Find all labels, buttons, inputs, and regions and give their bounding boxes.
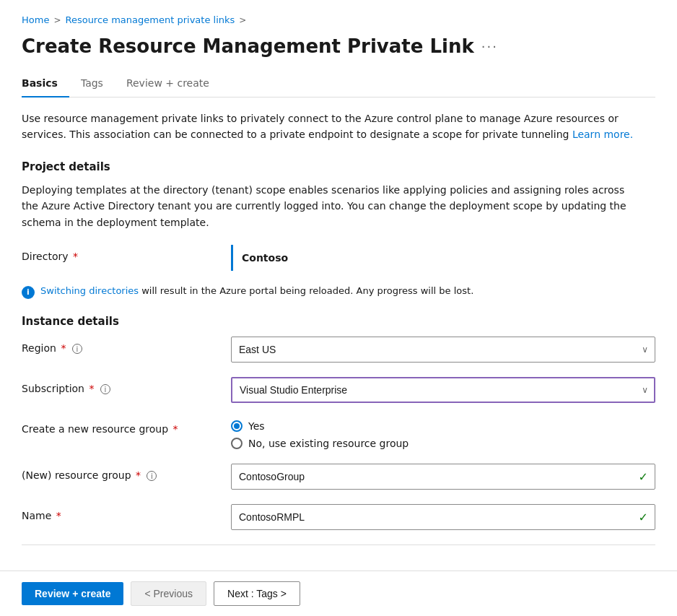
tabs-container: Basics Tags Review + create (22, 71, 655, 97)
radio-yes[interactable]: Yes (231, 420, 655, 432)
create-resource-group-label: Create a new resource group * (22, 417, 231, 435)
resource-group-checkmark-icon: ✓ (639, 469, 648, 483)
switching-directories-link[interactable]: Switching directories (40, 285, 139, 296)
project-details-title: Project details (22, 160, 655, 173)
directory-text: Contoso (242, 252, 288, 264)
new-resource-group-input-wrapper: ✓ (231, 464, 655, 490)
name-row: Name * ✓ (22, 504, 655, 530)
tab-basics[interactable]: Basics (22, 71, 69, 97)
region-label: Region * i (22, 337, 231, 355)
previous-button[interactable]: < Previous (131, 581, 206, 606)
page-title: Create Resource Management Private Link (22, 35, 474, 57)
breadcrumb-sep1: > (53, 15, 61, 25)
info-icon: i (22, 286, 35, 299)
radio-no[interactable]: No, use existing resource group (231, 438, 655, 449)
learn-more-link[interactable]: Learn more. (572, 129, 633, 140)
resource-group-info-icon[interactable]: i (147, 471, 157, 481)
section-divider (22, 545, 655, 545)
subscription-row: Subscription * i Visual Studio Enterpris… (22, 377, 655, 403)
review-create-button[interactable]: Review + create (22, 582, 123, 605)
radio-yes-input[interactable] (231, 420, 243, 432)
subscription-label: Subscription * i (22, 377, 231, 395)
radio-no-label: No, use existing resource group (248, 438, 409, 449)
resource-group-radio-group: Yes No, use existing resource group (231, 417, 655, 449)
new-resource-group-row: (New) resource group * i ✓ (22, 464, 655, 490)
radio-yes-label: Yes (248, 420, 265, 432)
name-input[interactable] (231, 504, 655, 530)
new-resource-group-label: (New) resource group * i (22, 464, 231, 482)
directory-label: Directory * (22, 245, 231, 262)
breadcrumb: Home > Resource management private links… (22, 14, 655, 25)
breadcrumb-sep2: > (239, 15, 246, 25)
new-resource-group-input[interactable] (231, 464, 655, 490)
name-input-wrapper: ✓ (231, 504, 655, 530)
banner-text: Switching directories will result in the… (40, 285, 473, 296)
directory-bar (231, 245, 233, 271)
radio-no-input[interactable] (231, 438, 243, 449)
main-description: Use resource management private links to… (22, 110, 642, 143)
tab-tags[interactable]: Tags (69, 71, 115, 97)
name-label: Name * (22, 504, 231, 521)
region-info-icon[interactable]: i (72, 344, 82, 354)
create-resource-group-row: Create a new resource group * Yes No, us… (22, 417, 655, 449)
subscription-info-icon[interactable]: i (100, 384, 110, 394)
tab-review-create[interactable]: Review + create (115, 71, 221, 97)
instance-details-section: Instance details Region * i East US West… (22, 315, 655, 530)
breadcrumb-home[interactable]: Home (22, 14, 49, 25)
switching-directories-banner: i Switching directories will result in t… (22, 285, 655, 299)
region-select-wrapper: East US West US East US 2 West US 2 Cent… (231, 337, 655, 363)
directory-required: * (73, 251, 78, 262)
directory-value-container: Contoso (231, 245, 655, 271)
instance-details-title: Instance details (22, 315, 655, 328)
breadcrumb-resource-link[interactable]: Resource management private links (65, 14, 235, 25)
project-description: Deploying templates at the directory (te… (22, 182, 642, 230)
page-header: Create Resource Management Private Link … (22, 35, 655, 57)
region-row: Region * i East US West US East US 2 Wes… (22, 337, 655, 363)
subscription-select-wrapper: Visual Studio Enterprise Pay-As-You-Go ∨ (231, 377, 655, 403)
more-options-icon[interactable]: ··· (481, 39, 498, 54)
subscription-select[interactable]: Visual Studio Enterprise Pay-As-You-Go (231, 377, 655, 403)
region-select[interactable]: East US West US East US 2 West US 2 Cent… (231, 337, 655, 363)
directory-row: Directory * Contoso (22, 245, 655, 271)
name-checkmark-icon: ✓ (639, 510, 648, 524)
next-button[interactable]: Next : Tags > (214, 581, 300, 606)
footer: Review + create < Previous Next : Tags > (0, 571, 677, 616)
